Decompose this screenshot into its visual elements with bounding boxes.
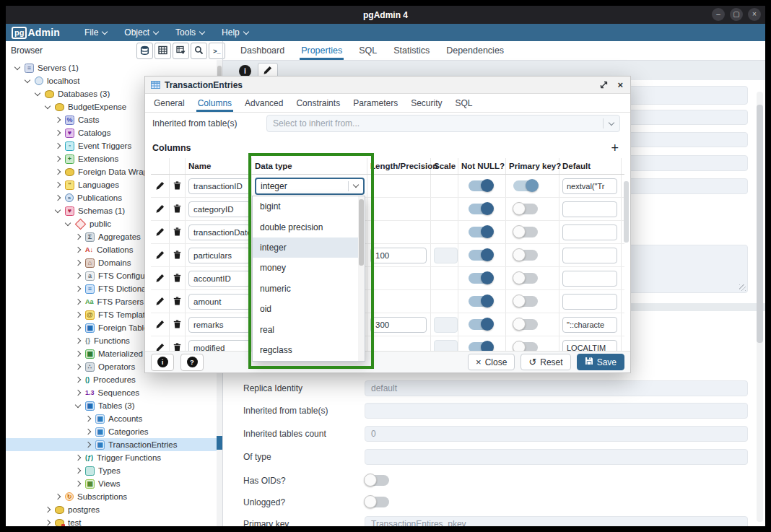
chevron-right-icon[interactable] — [45, 507, 51, 513]
close-button[interactable]: × Close — [468, 354, 515, 370]
sql-help-button[interactable]: i — [151, 354, 174, 371]
pencil-icon[interactable] — [156, 272, 165, 285]
primary-key-toggle[interactable] — [513, 319, 538, 330]
primary-key-toggle[interactable] — [513, 204, 538, 214]
minimize-button[interactable]: – — [712, 8, 725, 21]
dropdown-option-money[interactable]: money — [253, 258, 365, 278]
trash-icon[interactable] — [173, 295, 181, 308]
dropdown-scrollbar-thumb[interactable] — [359, 199, 364, 266]
chevron-down-icon[interactable] — [35, 90, 40, 95]
pencil-icon[interactable] — [156, 318, 165, 331]
tree-item-sequences[interactable]: 1.3Sequences — [6, 386, 217, 399]
pencil-icon[interactable] — [156, 180, 165, 193]
chevron-right-icon[interactable] — [75, 260, 81, 266]
maximize-button[interactable]: ▢ — [730, 8, 743, 21]
tree-item-test[interactable]: test — [6, 516, 217, 526]
chevron-right-icon[interactable] — [75, 390, 81, 396]
chevron-right-icon[interactable] — [75, 338, 81, 344]
primary-key-toggle[interactable] — [513, 250, 538, 261]
tree-item-types[interactable]: Types — [6, 464, 217, 477]
pencil-icon[interactable] — [156, 203, 165, 216]
dropdown-scrollbar[interactable] — [358, 196, 365, 361]
form-toggle-has-oids-[interactable] — [365, 475, 389, 486]
chevron-down-icon[interactable] — [14, 64, 20, 69]
tree-item-servers-1-[interactable]: ≡Servers (1) — [6, 61, 217, 74]
trash-icon[interactable] — [173, 341, 181, 352]
close-dialog-icon[interactable]: × — [617, 80, 623, 90]
not-null-toggle[interactable] — [469, 319, 493, 330]
dropdown-option-double-precision[interactable]: double precision — [253, 217, 365, 237]
tree-item-transactionentries[interactable]: ▦TransactionEntries — [6, 438, 217, 451]
default-value-input[interactable]: "::characte — [562, 317, 617, 333]
column-name-input[interactable]: remarks — [188, 317, 251, 333]
dropdown-option-bigint[interactable]: bigint — [253, 196, 365, 217]
column-name-input[interactable]: modified — [188, 340, 251, 352]
properties-scrollbar[interactable] — [757, 92, 763, 522]
resize-handle-icon[interactable] — [739, 284, 746, 291]
column-name-input[interactable]: accountID — [188, 271, 251, 287]
trash-icon[interactable] — [173, 180, 181, 193]
chevron-right-icon[interactable] — [45, 520, 51, 526]
chevron-right-icon[interactable] — [75, 468, 81, 474]
tab-dependencies[interactable]: Dependencies — [445, 41, 505, 60]
tab-properties[interactable]: Properties — [300, 41, 344, 60]
form-toggle-unlogged-[interactable] — [365, 497, 389, 507]
column-name-input[interactable]: transactionID — [188, 178, 251, 194]
chevron-down-icon[interactable] — [55, 206, 61, 212]
dialog-scrollbar-thumb[interactable] — [624, 181, 629, 243]
not-null-toggle[interactable] — [469, 180, 493, 191]
tree-item-accounts[interactable]: ▦Accounts — [6, 412, 217, 425]
dialog-header[interactable]: TransactionEntries × — [145, 77, 630, 94]
chevron-right-icon[interactable] — [55, 156, 61, 162]
tab-sql[interactable]: SQL — [357, 41, 378, 60]
dialog-tab-columns[interactable]: Columns — [196, 94, 233, 112]
chevron-right-icon[interactable] — [55, 130, 61, 136]
menu-tools[interactable]: Tools — [175, 27, 204, 38]
trash-icon[interactable] — [173, 249, 181, 262]
tree-item-tables-3-[interactable]: ▦Tables (3) — [6, 399, 217, 412]
chevron-right-icon[interactable] — [75, 455, 81, 461]
expand-dialog-icon[interactable] — [600, 79, 608, 92]
chevron-right-icon[interactable] — [75, 325, 81, 331]
pencil-icon[interactable] — [156, 226, 165, 239]
primary-key-toggle[interactable] — [513, 180, 538, 191]
tree-item-categories[interactable]: ▦Categories — [6, 425, 217, 438]
chevron-right-icon[interactable] — [55, 195, 61, 201]
chevron-down-icon[interactable] — [45, 103, 51, 108]
form-field-inherited-tables-count[interactable]: 0 — [365, 426, 748, 442]
dialog-tab-constraints[interactable]: Constraints — [295, 94, 341, 112]
dropdown-option-regclass[interactable]: regclass — [253, 340, 365, 360]
add-column-button[interactable]: + — [611, 141, 619, 154]
chevron-right-icon[interactable] — [75, 273, 81, 279]
default-value-input[interactable] — [562, 201, 617, 217]
default-value-input[interactable] — [562, 271, 617, 287]
primary-key-toggle[interactable] — [513, 296, 538, 307]
tree-item-postgres[interactable]: postgres — [6, 503, 217, 516]
chevron-right-icon[interactable] — [55, 143, 61, 149]
chevron-right-icon[interactable] — [75, 312, 81, 318]
chevron-down-icon[interactable] — [65, 219, 71, 225]
chevron-right-icon[interactable] — [75, 234, 81, 240]
close-button[interactable]: × — [748, 8, 761, 21]
view-data-button[interactable] — [154, 43, 171, 59]
column-name-input[interactable]: particulars — [188, 248, 251, 263]
pencil-icon[interactable] — [156, 295, 165, 308]
not-null-toggle[interactable] — [469, 273, 493, 284]
reset-button[interactable]: ↺ Reset — [520, 354, 570, 370]
tree-item-trigger-functions[interactable]: (ƒ)Trigger Functions — [6, 451, 217, 464]
dialog-tab-advanced[interactable]: Advanced — [243, 94, 284, 112]
chevron-right-icon[interactable] — [55, 182, 61, 188]
chevron-down-icon[interactable] — [25, 77, 30, 82]
not-null-toggle[interactable] — [469, 250, 493, 261]
properties-scrollbar-thumb[interactable] — [757, 105, 763, 343]
dialog-tab-general[interactable]: General — [152, 94, 186, 112]
trash-icon[interactable] — [173, 203, 181, 216]
save-button[interactable]: Save — [577, 354, 624, 370]
not-null-toggle[interactable] — [469, 204, 493, 214]
default-value-input[interactable] — [562, 248, 617, 263]
inherit-select[interactable]: Select to inherit from... — [266, 115, 620, 132]
info-icon[interactable]: i — [239, 65, 251, 77]
form-field-replica-identity[interactable]: default — [365, 380, 748, 396]
chevron-right-icon[interactable] — [75, 299, 81, 305]
dropdown-option-numeric[interactable]: numeric — [253, 279, 365, 299]
